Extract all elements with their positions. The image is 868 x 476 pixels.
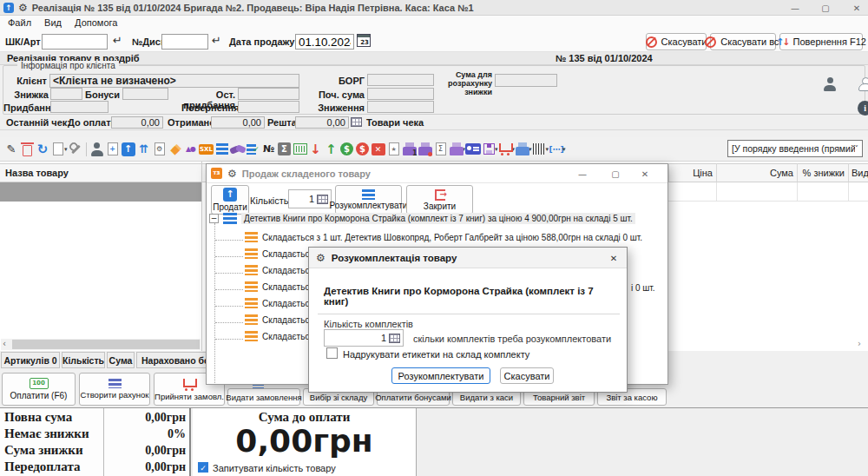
shapes-icon[interactable]: ▲● xyxy=(183,141,199,158)
client-info-icon[interactable]: i xyxy=(858,101,868,116)
tasks-check-icon[interactable]: ✓ xyxy=(246,141,261,158)
dialog-maximize-button[interactable]: ▢ xyxy=(604,167,627,181)
minimize-button[interactable]: — xyxy=(784,1,806,15)
cancel-all-button[interactable]: Скасувати всі xyxy=(710,33,776,50)
close-button[interactable]: ✕ xyxy=(845,1,868,15)
upload-icon[interactable]: ↑ xyxy=(121,141,136,158)
partners-icon[interactable] xyxy=(230,141,246,158)
scroll-left-icon[interactable]: ‹ xyxy=(3,340,6,348)
dialog-minimize-button[interactable]: — xyxy=(571,167,594,181)
dropdown-caret-icon[interactable]: ▾ xyxy=(562,146,566,153)
print-one-icon[interactable]: 1 xyxy=(402,141,418,158)
dialog-close-button[interactable]: ✕ xyxy=(634,167,656,181)
tree-child-row[interactable]: Складаєтьс xyxy=(245,331,309,341)
tools-icon[interactable] xyxy=(68,141,83,158)
column-header-sum: Сума xyxy=(716,163,797,182)
discount-card-input[interactable] xyxy=(161,34,208,50)
print-settings-icon[interactable] xyxy=(515,141,530,158)
kit-quantity-label: Кількість комплектів xyxy=(324,319,413,329)
refresh-icon[interactable]: ↻ xyxy=(35,141,50,158)
number-icon[interactable]: № xyxy=(261,141,277,158)
debt-label: БОРГ xyxy=(307,76,365,86)
menu-view[interactable]: Вид xyxy=(39,16,67,30)
order-cart-icon xyxy=(182,378,197,391)
bonus-label: Бонуси xyxy=(83,89,120,100)
unbundle-button[interactable]: Розукомплектувати xyxy=(335,185,402,215)
client-label: Клієнт xyxy=(10,76,47,86)
scroll-thumb[interactable] xyxy=(12,340,200,349)
contact-card-icon[interactable] xyxy=(465,141,481,158)
initial-sum-field xyxy=(367,88,434,100)
tree-parent-row[interactable]: − Детектив Книги про Корморона Страйка (… xyxy=(209,213,635,224)
expander-icon[interactable]: − xyxy=(209,214,219,223)
income-icon[interactable]: $ xyxy=(339,141,355,158)
menu-file[interactable]: Файл xyxy=(3,16,36,30)
menubar: Файл Вид Допомога xyxy=(0,16,868,31)
quantity-field[interactable]: 1 xyxy=(288,189,332,208)
expense-icon[interactable]: $ xyxy=(355,141,371,158)
create-invoice-button[interactable]: Створити рахунок xyxy=(79,373,150,406)
close-dialog-button[interactable]: Закрити xyxy=(406,185,473,215)
cart-icon[interactable] xyxy=(498,141,514,158)
add-document-icon[interactable]: + xyxy=(105,141,121,158)
status-quantity: Кількість xyxy=(62,352,105,368)
calculator-icon[interactable] xyxy=(317,195,328,204)
tree-child-row[interactable]: Складаєтьс xyxy=(245,298,309,308)
sum-icon[interactable]: Σ xyxy=(277,141,293,158)
client-clear-icon[interactable] xyxy=(858,77,868,91)
document-settings-icon[interactable]: ⚙ xyxy=(152,141,168,158)
unbundle-dialog-title: Розукомплектація товару xyxy=(332,253,457,263)
scroll-right-icon[interactable]: › xyxy=(858,340,861,348)
delete-icon[interactable] xyxy=(19,141,35,158)
sku-input[interactable] xyxy=(42,34,108,50)
tree-child-label: Складаєтьс xyxy=(262,332,309,341)
arrow-up-icon[interactable]: ↑ xyxy=(324,141,339,158)
last-purchase-field xyxy=(238,88,299,100)
selected-empty-row[interactable] xyxy=(0,182,201,202)
kit-quantity-field[interactable]: 1 xyxy=(324,329,404,347)
pay-button[interactable]: 100 Оплатити (F6) xyxy=(2,373,76,406)
tree-child-row[interactable]: Складаєтьсі 0 шт. xyxy=(245,281,309,292)
client-field[interactable]: <Клієнта не визначено> xyxy=(49,74,299,88)
calendar-icon[interactable]: тз23 xyxy=(357,34,371,47)
save-icon[interactable] xyxy=(481,141,496,158)
excel-export-icon[interactable]: SXL xyxy=(199,141,214,158)
print-error-icon[interactable] xyxy=(418,141,433,158)
tree-child-row[interactable]: Складаєтьс xyxy=(245,265,309,275)
received-label: Отримано xyxy=(168,117,215,128)
report-sum-icon[interactable]: Σ xyxy=(433,141,449,158)
maximize-button[interactable]: ▢ xyxy=(814,1,837,15)
give-order-button[interactable]: Видати замовлення xyxy=(227,388,300,406)
sort-order-select[interactable]: [У порядку введення (прямий)] ˅ xyxy=(727,140,863,157)
edit-icon[interactable]: ✎ xyxy=(3,141,19,158)
arrow-down-icon[interactable]: ↓ xyxy=(308,141,324,158)
tree-child-row[interactable]: Складаєтьс xyxy=(245,248,309,259)
print-labels-checkbox[interactable] xyxy=(326,347,338,359)
calculator-icon[interactable] xyxy=(389,334,400,343)
print-menu-icon[interactable] xyxy=(449,141,464,158)
barcode-box-icon[interactable] xyxy=(293,141,308,158)
customer-icon[interactable] xyxy=(89,141,105,158)
composite-product-icon xyxy=(223,213,237,224)
tree-child-row[interactable]: Складається з 1 шт. Детектив Шовкопряд, … xyxy=(245,232,642,242)
sort-arrows-icon[interactable]: ⇈ xyxy=(136,141,152,158)
ask-quantity-checkbox[interactable]: ✓ xyxy=(198,462,208,473)
tree-parent-label: Детектив Книги про Корморона Страйка (ко… xyxy=(241,213,635,224)
layers-icon[interactable]: ◆ xyxy=(168,141,183,158)
client-select-icon[interactable] xyxy=(824,77,836,91)
enter-icon: ↵ xyxy=(113,35,122,46)
tree-child-row[interactable]: Складаєтьс xyxy=(245,314,309,325)
return-f12-button[interactable]: ↑↓Повернення F12 xyxy=(779,33,863,50)
sale-date-input[interactable] xyxy=(295,34,354,50)
dialog-close-button[interactable]: ✕ xyxy=(602,251,625,265)
unbundle-confirm-button[interactable]: Розукомплектувати xyxy=(391,367,490,384)
sell-button[interactable]: ↑ Продати xyxy=(211,185,249,215)
unbundle-cancel-button[interactable]: Скасувати xyxy=(500,367,554,384)
cancel-box-icon[interactable]: ✕ xyxy=(371,141,386,158)
check-items-icon[interactable] xyxy=(351,117,362,127)
table-rows-icon[interactable] xyxy=(214,141,230,158)
menu-help[interactable]: Допомога xyxy=(69,16,122,30)
document-star-icon[interactable]: ★ xyxy=(386,141,402,158)
items-hscrollbar[interactable]: ‹ xyxy=(1,339,201,350)
cancel-button[interactable]: Скасувати xyxy=(646,33,707,50)
